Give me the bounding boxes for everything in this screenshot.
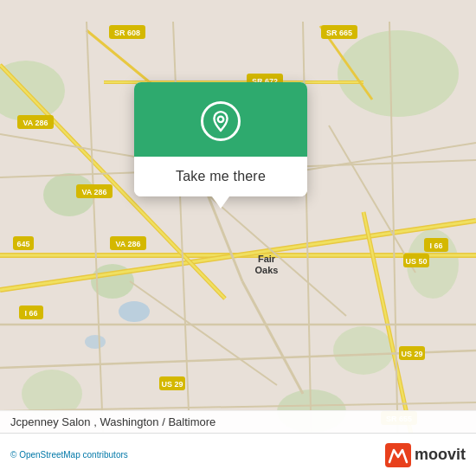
svg-point-5: [333, 326, 394, 375]
business-name: Jcpenney Salon: [10, 415, 91, 428]
location-icon-wrap: [201, 101, 241, 141]
svg-text:VA 286: VA 286: [23, 119, 48, 127]
svg-text:US 29: US 29: [401, 350, 422, 358]
svg-text:I 66: I 66: [24, 309, 37, 318]
moovit-logo: moovit: [385, 443, 466, 467]
moovit-label: moovit: [415, 446, 466, 464]
svg-text:VA 286: VA 286: [81, 188, 106, 196]
map-background: SR 608 SR 665 SR 672 VA 286 VA 286 VA 28…: [0, 0, 476, 476]
popup-header: [134, 82, 307, 157]
bottom-title-bar: Jcpenney Salon , Washington / Baltimore: [0, 410, 476, 433]
location-pin-icon: [209, 110, 232, 132]
svg-text:Fair: Fair: [258, 254, 276, 264]
map-container: SR 608 SR 665 SR 672 VA 286 VA 286 VA 28…: [0, 0, 476, 476]
svg-text:SR 608: SR 608: [114, 29, 140, 37]
svg-point-9: [119, 301, 150, 322]
attribution-text: © OpenStreetMap contributors: [10, 450, 128, 460]
svg-text:US 50: US 50: [405, 257, 427, 266]
svg-point-1: [338, 30, 459, 117]
svg-point-66: [218, 117, 224, 123]
svg-text:VA 286: VA 286: [115, 240, 140, 248]
popup-card: Take me there: [134, 82, 307, 196]
svg-text:645: 645: [16, 240, 29, 248]
city-name: Washington / Baltimore: [100, 415, 215, 428]
svg-text:Oaks: Oaks: [255, 265, 279, 275]
svg-text:SR 665: SR 665: [326, 29, 352, 37]
attribution: © OpenStreetMap contributors: [10, 450, 128, 460]
bottom-bar: © OpenStreetMap contributors moovit: [0, 433, 476, 476]
svg-point-10: [85, 335, 106, 349]
svg-text:US 29: US 29: [161, 380, 183, 389]
take-me-there-button[interactable]: Take me there: [134, 157, 307, 196]
svg-text:I 66: I 66: [429, 241, 442, 250]
moovit-brand-icon: [385, 443, 411, 467]
